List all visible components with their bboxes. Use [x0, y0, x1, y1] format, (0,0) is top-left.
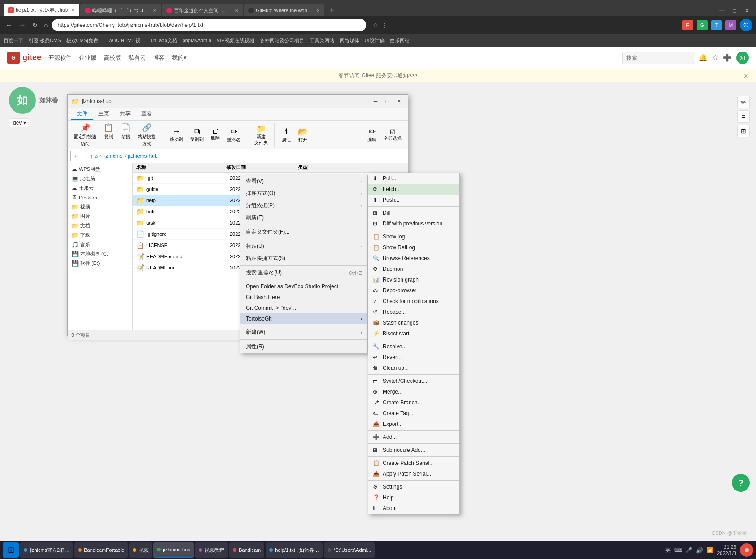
menu-help[interactable]: ❓ Help	[368, 492, 459, 503]
minimize-window-btn[interactable]: ─	[370, 96, 381, 106]
bookmark-media[interactable]: 网络媒体	[340, 37, 359, 44]
menu-item-groupby[interactable]: 分组依据(P) ›	[240, 199, 367, 212]
gitee-nav-software[interactable]: 开源软件	[48, 54, 72, 62]
browser-tab-1[interactable]: ? help/1.txt · 如沐春…hub ✕	[4, 4, 79, 16]
menu-create-patch-serial[interactable]: 📋 Create Patch Serial...	[368, 458, 459, 468]
menu-merge[interactable]: ⊕ Merge...	[368, 386, 459, 397]
gitee-help-button[interactable]: ?	[732, 474, 750, 492]
browser-tab-4[interactable]: GitHub: Where the world builds … ✕	[244, 4, 324, 16]
start-button[interactable]: ⊞	[3, 542, 19, 558]
menu-repo-browser[interactable]: 🗂 Repo-browser	[368, 285, 459, 296]
browser-settings-icon[interactable]: ⋮	[381, 22, 387, 29]
sidebar-item-pc[interactable]: 💻 此电脑	[68, 174, 132, 183]
tab-1-close[interactable]: ✕	[71, 8, 75, 13]
menu-submodule-add[interactable]: ⊞ Submodule Add...	[368, 445, 459, 455]
bookmark-vip[interactable]: VIP视频在线视频	[217, 37, 254, 44]
gitee-notification-icon[interactable]: 🔔	[699, 53, 708, 62]
menu-item-git-commit[interactable]: Git Commit -> "dev"...	[240, 303, 367, 313]
ribbon-open-btn[interactable]: 📂 打开	[295, 126, 310, 144]
menu-item-properties[interactable]: 属性(R)	[240, 341, 367, 353]
taskbar-volume-icon[interactable]: 🔊	[696, 547, 703, 554]
ribbon-copy-btn[interactable]: 📋 复制	[101, 122, 116, 148]
menu-revision-graph[interactable]: 📊 Revision graph	[368, 274, 459, 285]
menu-rebase[interactable]: ↺ Rebase...	[368, 307, 459, 317]
maximize-window-btn[interactable]: □	[382, 96, 393, 106]
menu-revert[interactable]: ↩ Revert...	[368, 352, 459, 363]
taskbar-item-bandicam[interactable]: BandicamPortable	[74, 542, 128, 558]
gitee-add-icon[interactable]: ➕	[723, 53, 732, 62]
nav-back-explorer[interactable]: ←	[74, 152, 80, 160]
sidebar-item-drive-c[interactable]: 💾 本地磁盘 (C:)	[68, 249, 132, 259]
gitee-logo[interactable]: G gitee	[7, 52, 41, 64]
tab-4-close[interactable]: ✕	[316, 8, 320, 13]
menu-create-branch[interactable]: ⎇ Create Branch...	[368, 397, 459, 408]
nav-forward[interactable]: →	[17, 20, 28, 30]
ribbon-tab-view[interactable]: 查看	[136, 108, 157, 120]
sidebar-item-drive-d[interactable]: 💾 软件 (D:)	[68, 259, 132, 268]
menu-export[interactable]: 📤 Export...	[368, 419, 459, 429]
ribbon-paste-btn[interactable]: 📄 粘贴	[118, 122, 133, 148]
browser-avatar[interactable]: 知	[740, 19, 752, 31]
gitee-nav-private[interactable]: 私有云	[128, 54, 146, 62]
extension-icon-4[interactable]: M	[725, 20, 736, 30]
ribbon-rename-btn[interactable]: ✏ 重命名	[224, 126, 243, 144]
extension-icon-1[interactable]: R	[682, 20, 693, 30]
bookmark-引逻[interactable]: 引逻·极品CMS	[29, 37, 61, 44]
bookmark-entertainment[interactable]: 娱乐网站	[390, 37, 410, 44]
taskbar-keyboard-icon[interactable]: ⌨	[674, 547, 682, 553]
sidebar-item-desktop[interactable]: 🖥 Desktop	[68, 193, 132, 202]
path-jizhicms[interactable]: jizhicms	[103, 153, 122, 159]
menu-check-mods[interactable]: ✓ Check for modifications	[368, 296, 459, 307]
menu-item-paste-shortcut[interactable]: 粘贴快捷方式(S)	[240, 252, 367, 264]
menu-diff[interactable]: ⊞ Diff	[368, 208, 459, 218]
taskbar-mic-icon[interactable]: 🎤	[686, 547, 692, 553]
menu-settings[interactable]: ⚙ Settings	[368, 481, 459, 492]
ribbon-pin-btn[interactable]: 📌 固定到快速 访问	[71, 122, 99, 148]
bookmark-baidu[interactable]: 百度一下	[4, 37, 23, 44]
menu-create-tag[interactable]: 🏷 Create Tag...	[368, 408, 459, 419]
branch-name[interactable]: dev ▾	[13, 120, 26, 126]
menu-show-reflog[interactable]: 📋 Show RefLog	[368, 242, 459, 253]
sidebar-item-documents[interactable]: 📁 文档	[68, 221, 132, 230]
ribbon-new-folder-btn[interactable]: 📁 新建 文件夹	[252, 123, 271, 147]
nav-home[interactable]: ⌂	[42, 21, 49, 30]
taskbar-language-icon[interactable]: 英	[665, 546, 671, 554]
bookmark-uniapp[interactable]: uni-app文档	[151, 37, 177, 44]
gitee-nav-blog[interactable]: 博客	[153, 54, 165, 62]
menu-add[interactable]: ➕ Add...	[368, 432, 459, 442]
menu-daemon[interactable]: ⚙ Daemon	[368, 264, 459, 274]
ribbon-props-btn[interactable]: ℹ 属性	[279, 126, 293, 144]
menu-item-gitbash[interactable]: Git Bash Here	[240, 292, 367, 303]
ribbon-move-btn[interactable]: → 移动到	[167, 126, 186, 144]
menu-item-customize[interactable]: 自定义文件夹(F)...	[240, 226, 367, 238]
taskbar-item-help-txt[interactable]: help/1.txt · 如沐春…	[266, 542, 323, 558]
menu-item-tortoisegit[interactable]: TortoiseGit ›	[240, 313, 367, 324]
menu-resolve[interactable]: 🔧 Resolve...	[368, 341, 459, 352]
bookmark-w3c[interactable]: W3C HTML 视…	[109, 37, 145, 44]
close-browser-btn[interactable]: ✕	[742, 5, 752, 16]
menu-pull[interactable]: ⬇ Pull...	[368, 173, 459, 184]
browser-bookmark-icon[interactable]: ☆	[372, 22, 378, 29]
maximize-btn[interactable]: □	[729, 5, 740, 16]
extension-icon-2[interactable]: G	[697, 20, 708, 30]
menu-fetch[interactable]: ⟳ Fetch...	[368, 184, 459, 195]
bookmark-ui[interactable]: UI设计稿	[365, 37, 385, 44]
notification-close[interactable]: ✕	[743, 72, 749, 79]
gitee-user-avatar[interactable]: 知	[736, 52, 749, 64]
menu-item-new[interactable]: 新建(W) ›	[240, 326, 367, 338]
taskbar-item-jizhicms-hub[interactable]: jizhicms-hub	[153, 542, 194, 558]
ribbon-selectall-btn[interactable]: ☑ 全部选择	[381, 127, 404, 143]
close-window-btn[interactable]: ✕	[393, 96, 404, 106]
gitee-star-icon[interactable]: ☆	[712, 53, 718, 62]
path-jizhicms-hub[interactable]: jizhicms-hub	[128, 153, 158, 159]
menu-cleanup[interactable]: 🗑 Clean up...	[368, 363, 459, 373]
sidebar-item-pictures[interactable]: 📁 图片	[68, 212, 132, 221]
menu-apply-patch-serial[interactable]: 📥 Apply Patch Serial...	[368, 468, 459, 479]
taskbar-record-btn[interactable]: ⏺	[740, 543, 753, 557]
menu-about[interactable]: ℹ About	[368, 503, 459, 514]
bookmark-极欢[interactable]: 极欢CMS|免费…	[66, 37, 103, 44]
tab-3-close[interactable]: ✕	[235, 8, 238, 13]
ribbon-tab-home[interactable]: 主页	[93, 108, 114, 120]
bookmark-phpmyadmin[interactable]: phpMyAdmin	[183, 38, 211, 43]
layout-icon[interactable]: ≡	[737, 110, 750, 123]
